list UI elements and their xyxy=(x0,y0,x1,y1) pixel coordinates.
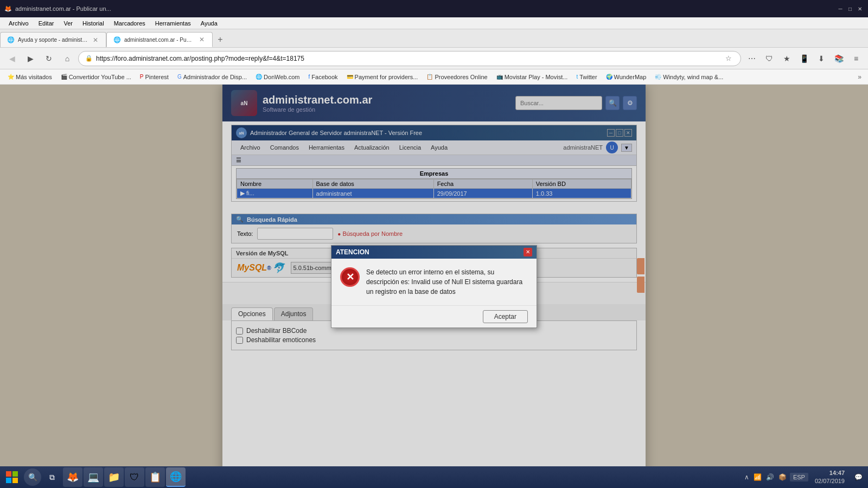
tray-clock[interactable]: 14:47 02/07/2019 xyxy=(810,469,849,486)
bookmark-label: Pinterest xyxy=(145,74,168,80)
modal-close-button[interactable]: ✕ xyxy=(524,248,532,256)
close-button[interactable]: ✕ xyxy=(856,5,864,12)
tray-notification-icon[interactable]: 💬 xyxy=(851,471,866,483)
tray-up-arrow-icon[interactable]: ∧ xyxy=(743,472,750,482)
library-button[interactable]: 📚 xyxy=(831,51,846,66)
modal-message: Se detecto un error interno en el sistem… xyxy=(366,267,528,297)
movistar-icon: 📺 xyxy=(496,74,503,80)
star-button[interactable]: ★ xyxy=(779,51,794,66)
facebook-icon: f xyxy=(309,74,310,80)
title-bar-left: 🦊 administranet.com.ar - Publicar un... xyxy=(4,5,111,12)
maximize-button[interactable]: □ xyxy=(846,5,854,12)
tab-2[interactable]: 🌐 administranet.com.ar - Publicar un... … xyxy=(106,32,213,47)
bookmark-donweb[interactable]: 🌐 DonWeb.com xyxy=(252,73,303,81)
menu-marcadores[interactable]: Marcadores xyxy=(110,19,150,28)
tray-volume-icon[interactable]: 🔊 xyxy=(765,472,775,482)
bookmark-label: WunderMap xyxy=(614,74,647,80)
modal-dialog: ATENCION ✕ ✕ Se detecto un error interno… xyxy=(331,245,537,328)
donweb-icon: 🌐 xyxy=(256,74,262,80)
modal-error-icon: ✕ xyxy=(340,267,360,287)
tray-network-icon[interactable]: 📶 xyxy=(752,472,763,482)
ssl-lock-icon: 🔒 xyxy=(85,55,93,62)
modal-footer: Aceptar xyxy=(331,305,537,328)
g-icon: G xyxy=(177,74,182,80)
bookmark-youtube[interactable]: 🎬 Convertidor YouTube ... xyxy=(58,73,135,81)
menu-bar: Archivo Editar Ver Historial Marcadores … xyxy=(0,17,868,29)
youtube-icon: 🎬 xyxy=(61,74,67,80)
bookmark-label: Proveedores Online xyxy=(435,74,487,80)
menu-ayuda[interactable]: Ayuda xyxy=(196,19,222,28)
bookmark-label: Movistar Play - Movist... xyxy=(505,74,568,80)
taskbar-search-button[interactable]: 🔍 xyxy=(24,468,41,486)
bookmark-pinterest[interactable]: P Pinterest xyxy=(137,73,172,81)
url-text: https://foro.administranet.com.ar/postin… xyxy=(96,55,720,62)
bookmark-twitter[interactable]: t Twitter xyxy=(573,73,600,81)
tab-1[interactable]: 🌐 Ayuda y soporte - administranet.c... ✕ xyxy=(0,32,106,47)
url-bar[interactable]: 🔒 https://foro.administranet.com.ar/post… xyxy=(78,51,741,66)
bookmark-proveedores[interactable]: 📋 Proveedores Online xyxy=(423,73,490,81)
twitter-icon: t xyxy=(576,74,578,80)
modal-body: ✕ Se detecto un error interno en el sist… xyxy=(331,259,537,305)
bookmark-label: Administrador de Disp... xyxy=(183,74,247,80)
download-button[interactable]: ⬇ xyxy=(814,51,829,66)
tray-dropbox-icon[interactable]: 📦 xyxy=(777,472,788,482)
forward-button[interactable]: ▶ xyxy=(23,51,38,66)
main-content: aN administranet.com.ar Software de gest… xyxy=(0,85,868,488)
menu-button[interactable]: ≡ xyxy=(848,51,864,66)
modal-accept-button[interactable]: Aceptar xyxy=(483,310,528,323)
svg-rect-2 xyxy=(6,478,11,483)
browser-window: 🦊 administranet.com.ar - Publicar un... … xyxy=(0,0,868,85)
bookmark-facebook[interactable]: f Facebook xyxy=(305,73,341,81)
tab-2-favicon: 🌐 xyxy=(113,36,121,43)
tray-date-value: 02/07/2019 xyxy=(815,477,845,485)
toolbar-actions: ⋯ 🛡 ★ 📱 ⬇ 📚 ≡ xyxy=(744,51,864,66)
refresh-button[interactable]: ↻ xyxy=(41,51,56,66)
extensions-button[interactable]: ⋯ xyxy=(744,51,760,66)
pocket-button[interactable]: 🛡 xyxy=(762,51,777,66)
pinterest-icon: P xyxy=(140,74,144,80)
modal-overlay: ATENCION ✕ ✕ Se detecto un error interno… xyxy=(222,85,646,488)
start-button[interactable] xyxy=(2,468,22,486)
more-bookmarks-button[interactable]: » xyxy=(856,72,864,82)
taskbar-app-admin[interactable]: 🌐 xyxy=(166,467,186,487)
admin-app-window: aN Administrador General de Servidor adm… xyxy=(231,125,637,202)
bookmark-payment[interactable]: 💳 Payment for providers... xyxy=(343,73,422,81)
proveedores-icon: 📋 xyxy=(426,74,433,80)
menu-historial[interactable]: Historial xyxy=(78,19,108,28)
home-button[interactable]: ⌂ xyxy=(60,51,75,66)
task-view-button[interactable]: ⧉ xyxy=(43,468,61,486)
bookmark-star-button[interactable]: ☆ xyxy=(723,53,734,63)
minimize-button[interactable]: ─ xyxy=(837,5,844,12)
bookmark-label: Facebook xyxy=(311,74,337,80)
menu-herramientas[interactable]: Herramientas xyxy=(151,19,195,28)
title-bar-controls: ─ □ ✕ xyxy=(837,5,864,12)
bookmark-mas-visitados[interactable]: ⭐ Más visitados xyxy=(4,73,55,81)
tab-2-close[interactable]: ✕ xyxy=(198,36,206,43)
menu-editar[interactable]: Editar xyxy=(34,19,59,28)
taskbar-app-firefox[interactable]: 🦊 xyxy=(63,467,82,487)
taskbar-app-files[interactable]: 📁 xyxy=(104,467,124,487)
taskbar-app-notes[interactable]: 📋 xyxy=(145,467,165,487)
windyty-icon: 💨 xyxy=(655,74,661,80)
taskbar-pinned-apps: 🦊 💻 📁 🛡 📋 🌐 xyxy=(63,467,741,487)
tab-2-label: administranet.com.ar - Publicar un... xyxy=(124,37,195,43)
bookmark-admin-disp[interactable]: G Administrador de Disp... xyxy=(174,73,250,81)
back-button[interactable]: ◀ xyxy=(4,51,20,66)
menu-archivo[interactable]: Archivo xyxy=(4,19,33,28)
wundermap-icon: 🌍 xyxy=(606,74,612,80)
tray-language[interactable]: ESP xyxy=(790,473,808,481)
lang-text: ESP xyxy=(793,474,805,480)
synced-tabs-button[interactable]: 📱 xyxy=(796,51,812,66)
taskbar-app-explorer[interactable]: 💻 xyxy=(84,467,103,487)
menu-ver[interactable]: Ver xyxy=(59,19,77,28)
taskbar: 🔍 ⧉ 🦊 💻 📁 🛡 📋 🌐 ∧ 📶 🔊 📦 ESP 14:47 02/07/… xyxy=(0,466,868,488)
bookmark-windyty[interactable]: 💨 Windyty, wind map &... xyxy=(652,73,726,81)
bookmark-wundermap[interactable]: 🌍 WunderMap xyxy=(603,73,650,81)
taskbar-app-shield[interactable]: 🛡 xyxy=(125,467,144,487)
bookmarks-bar: ⭐ Más visitados 🎬 Convertidor YouTube ..… xyxy=(0,69,868,85)
new-tab-button[interactable]: + xyxy=(213,32,228,47)
tab-1-close[interactable]: ✕ xyxy=(92,36,99,44)
browser-icon: 🦊 xyxy=(4,5,12,12)
tab-1-label: Ayuda y soporte - administranet.c... xyxy=(18,37,88,43)
bookmark-movistar[interactable]: 📺 Movistar Play - Movist... xyxy=(493,73,571,81)
